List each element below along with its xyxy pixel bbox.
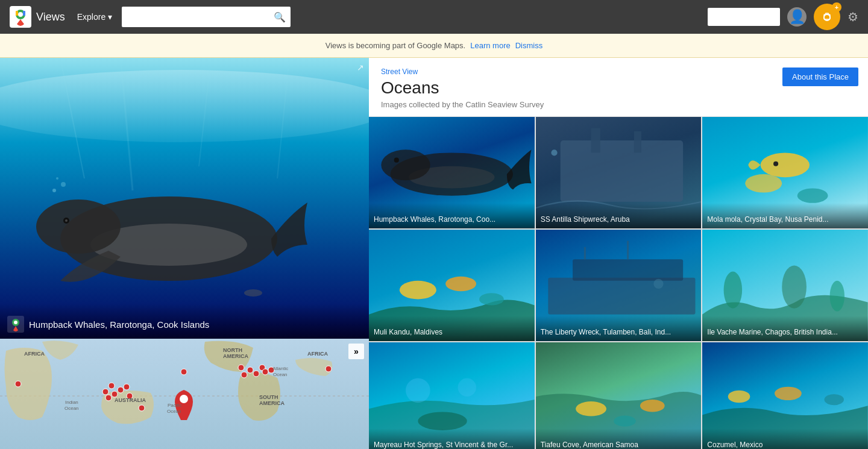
svg-point-91 [614,415,636,426]
search-icon[interactable]: 🔍 [274,11,286,23]
svg-point-2 [18,12,23,17]
svg-point-72 [445,277,476,291]
svg-text:Atlantic: Atlantic [272,366,288,371]
app-header: Views Explore ▾ 🔍 👤 + ⚙ [0,0,868,34]
left-panel: ↗ Humpback Whales, Rarotonga, Cook Islan… [0,58,369,449]
camera-icon [820,10,834,24]
svg-point-35 [247,367,253,373]
svg-point-87 [418,412,467,430]
svg-point-34 [241,372,247,378]
map-expand-button[interactable]: » [348,344,364,359]
svg-text:AFRICA: AFRICA [307,351,328,357]
place-subtitle: Images collected by the Catlin Seaview S… [381,100,856,109]
svg-text:Ocean: Ocean [167,409,181,414]
hero-label-text: Humpback Whales, Rarotonga, Cook Islands [29,319,209,330]
learn-more-link[interactable]: Learn more [470,41,510,50]
svg-rect-3 [16,11,18,16]
svg-text:AUSTRALIA: AUSTRALIA [115,397,146,403]
svg-point-31 [139,405,145,411]
svg-point-94 [775,387,802,400]
svg-point-79 [653,279,663,289]
svg-rect-61 [560,140,682,202]
svg-text:Ocean: Ocean [273,372,288,377]
grid-item-label: SS Antilla Shipwreck, Aruba [536,203,702,228]
svg-text:NORTH: NORTH [223,347,242,353]
place-header: Street View Oceans Images collected by t… [369,58,868,117]
grid-item-label: Muli Kandu, Maldives [369,316,535,341]
header-text-input[interactable] [708,8,780,26]
dismiss-link[interactable]: Dismiss [515,41,543,50]
search-input[interactable] [127,13,274,22]
svg-point-13 [65,219,68,222]
svg-text:Indian: Indian [65,400,78,405]
svg-point-66 [761,152,810,177]
svg-point-20 [14,321,17,324]
svg-point-82 [782,265,807,308]
gear-icon[interactable]: ⚙ [848,10,858,24]
grid-item-label: Mola mola, Crystal Bay, Nusa Penid... [702,203,868,228]
svg-text:Pacific: Pacific [168,403,182,408]
svg-point-32 [181,369,187,375]
grid-item-0[interactable]: Humpback Whales, Rarotonga, Coo... [369,117,535,228]
svg-rect-75 [548,278,695,315]
grid-item-6[interactable]: Mayreau Hot Springs, St Vincent & the Gr… [369,342,535,449]
svg-rect-76 [573,259,683,281]
grid-item-1[interactable]: SS Antilla Shipwreck, Aruba [536,117,702,228]
notification-banner: Views is becoming part of Google Maps. L… [0,34,868,58]
svg-point-26 [108,383,115,389]
image-grid: Humpback Whales, Rarotonga, Coo... SS An… [369,117,868,449]
banner-message: Views is becoming part of Google Maps. [326,41,465,50]
about-place-button[interactable]: About this Place [782,68,858,86]
grid-item-2[interactable]: Mola mola, Crystal Bay, Nusa Penid... [702,117,868,228]
svg-point-86 [458,378,477,397]
svg-point-93 [728,391,750,403]
svg-point-24 [102,389,108,395]
grid-item-label: Cozumel, Mexico [702,429,868,449]
hero-image[interactable]: ↗ Humpback Whales, Rarotonga, Cook Islan… [0,58,369,339]
maps-pin-icon [7,316,24,333]
svg-point-83 [830,281,844,312]
svg-rect-62 [591,128,600,153]
upload-photo-button[interactable]: + [814,4,840,30]
header-right: 👤 + ⚙ [708,4,858,30]
svg-point-28 [118,387,124,393]
svg-point-68 [746,174,782,193]
svg-point-15 [52,189,56,192]
svg-point-11 [36,199,121,254]
expand-icon[interactable]: ↗ [357,63,364,72]
hero-label: Humpback Whales, Rarotonga, Cook Islands [0,304,369,339]
svg-point-14 [244,289,262,297]
svg-point-8 [0,70,369,142]
app-title: Views [36,11,65,24]
svg-point-81 [724,272,743,309]
logo-link[interactable]: Views [10,6,65,28]
grid-item-label: Tiafeu Cove, American Samoa [536,429,702,449]
map-area[interactable]: NORTH AMERICA SOUTH AMERICA AFRICA AFRIC… [0,339,369,449]
map-svg: NORTH AMERICA SOUTH AMERICA AFRICA AFRIC… [0,339,369,449]
svg-point-95 [825,394,844,405]
svg-point-58 [381,149,430,180]
avatar[interactable]: 👤 [787,7,807,27]
grid-item-label: Mayreau Hot Springs, St Vincent & the Gr… [369,429,535,449]
svg-point-41 [180,395,188,403]
svg-point-27 [112,391,118,397]
svg-point-71 [400,281,436,300]
svg-point-29 [124,384,130,390]
explore-menu[interactable]: Explore ▾ [77,12,112,22]
svg-point-16 [56,177,58,180]
svg-text:AMERICA: AMERICA [223,353,248,359]
grid-item-5[interactable]: Ile Vache Marine, Chagos, British India.… [702,230,868,341]
svg-point-40 [326,366,332,372]
search-bar: 🔍 [122,7,291,27]
grid-item-label: The Liberty Wreck, Tulamben, Bali, Ind..… [536,316,702,341]
grid-item-8[interactable]: Cozumel, Mexico [702,342,868,449]
svg-text:AMERICA: AMERICA [259,400,285,406]
svg-point-73 [479,293,504,305]
svg-point-67 [773,162,778,166]
svg-text:SOUTH: SOUTH [259,394,278,400]
grid-item-7[interactable]: Tiafeu Cove, American Samoa [536,342,702,449]
svg-rect-63 [634,131,641,153]
grid-item-3[interactable]: Muli Kandu, Maldives [369,230,535,341]
hero-scene-svg [0,58,369,339]
grid-item-4[interactable]: The Liberty Wreck, Tulamben, Bali, Ind..… [536,230,702,341]
